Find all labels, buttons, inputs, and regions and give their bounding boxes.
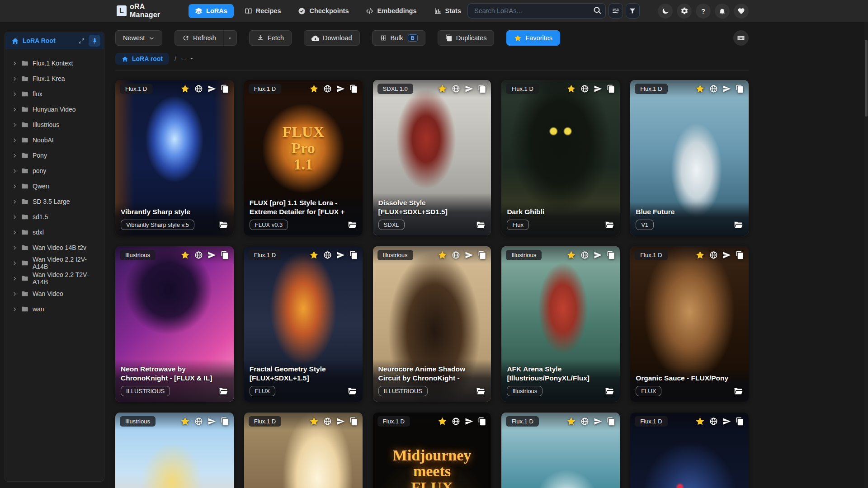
lora-card[interactable]: Illustrious bbox=[115, 413, 234, 488]
chevron-right-icon[interactable] bbox=[12, 169, 17, 174]
collapse-all-button[interactable] bbox=[78, 38, 85, 44]
send-icon[interactable] bbox=[336, 84, 345, 93]
open-folder-icon[interactable] bbox=[604, 386, 614, 396]
filter-button[interactable] bbox=[626, 3, 640, 19]
favorite-star-icon[interactable] bbox=[309, 250, 319, 260]
support-button[interactable] bbox=[734, 4, 749, 19]
copy-icon[interactable] bbox=[349, 84, 358, 93]
globe-icon[interactable] bbox=[580, 84, 589, 93]
scrollbar-track[interactable] bbox=[864, 22, 868, 488]
sidebar-folder-item[interactable]: Wan Video bbox=[8, 286, 101, 301]
chevron-right-icon[interactable] bbox=[12, 215, 17, 220]
send-icon[interactable] bbox=[722, 84, 731, 93]
favorite-star-icon[interactable] bbox=[566, 250, 576, 260]
lora-card[interactable]: Flux.1 D Blue Future V1 bbox=[630, 80, 749, 235]
lora-card[interactable]: Flux.1 D bbox=[630, 413, 749, 488]
lora-card[interactable]: Flux.1 D bbox=[244, 413, 363, 488]
copy-icon[interactable] bbox=[607, 84, 615, 93]
chevron-right-icon[interactable] bbox=[12, 92, 17, 97]
copy-icon[interactable] bbox=[607, 417, 615, 426]
send-icon[interactable] bbox=[208, 417, 216, 426]
copy-icon[interactable] bbox=[478, 417, 486, 426]
send-icon[interactable] bbox=[722, 251, 731, 259]
favorite-star-icon[interactable] bbox=[438, 250, 447, 260]
sidebar-folder-item[interactable]: Wan Video 14B t2v bbox=[8, 240, 101, 255]
globe-icon[interactable] bbox=[323, 84, 332, 93]
sidebar-folder-item[interactable]: Flux.1 Krea bbox=[8, 71, 101, 86]
settings-button[interactable] bbox=[677, 4, 692, 19]
favorite-star-icon[interactable] bbox=[438, 417, 447, 426]
keyboard-shortcuts-button[interactable] bbox=[733, 30, 749, 46]
copy-icon[interactable] bbox=[221, 417, 229, 426]
copy-icon[interactable] bbox=[736, 417, 744, 426]
open-folder-icon[interactable] bbox=[347, 220, 357, 230]
dark-mode-button[interactable] bbox=[658, 4, 673, 19]
breadcrumb-current-dropdown[interactable]: -- bbox=[182, 55, 194, 62]
send-icon[interactable] bbox=[594, 417, 602, 426]
chevron-right-icon[interactable] bbox=[12, 230, 17, 235]
lora-card[interactable]: Flux.1 D Dark Ghibli Flux bbox=[501, 80, 620, 235]
copy-icon[interactable] bbox=[478, 251, 486, 259]
globe-icon[interactable] bbox=[194, 417, 203, 426]
favorite-star-icon[interactable] bbox=[566, 417, 576, 426]
copy-icon[interactable] bbox=[478, 84, 486, 93]
help-button[interactable]: ? bbox=[696, 4, 711, 19]
globe-icon[interactable] bbox=[709, 84, 718, 93]
lora-card[interactable]: Illustrious AFK Arena Style [Illustrious… bbox=[501, 246, 620, 402]
sort-dropdown[interactable]: Newest bbox=[115, 30, 162, 46]
search-input[interactable] bbox=[467, 3, 606, 19]
globe-icon[interactable] bbox=[709, 417, 718, 426]
favorite-star-icon[interactable] bbox=[309, 417, 319, 426]
lora-card[interactable]: Flux.1 D Fractal Geometry Style [FLUX+SD… bbox=[244, 246, 363, 402]
send-icon[interactable] bbox=[465, 251, 473, 259]
breadcrumb-root[interactable]: LoRA root bbox=[115, 53, 169, 65]
favorite-star-icon[interactable] bbox=[695, 250, 705, 260]
send-icon[interactable] bbox=[336, 417, 345, 426]
chevron-right-icon[interactable] bbox=[12, 276, 17, 281]
refresh-button[interactable]: Refresh bbox=[175, 30, 223, 46]
chevron-right-icon[interactable] bbox=[12, 261, 17, 266]
sidebar-folder-item[interactable]: Wan Video 2.2 T2V-A14B bbox=[8, 271, 101, 286]
favorite-star-icon[interactable] bbox=[695, 417, 705, 426]
send-icon[interactable] bbox=[465, 84, 473, 93]
nav-tab-loras[interactable]: LoRAs bbox=[189, 4, 234, 18]
nav-tab-embeddings[interactable]: Embeddings bbox=[359, 4, 423, 18]
chevron-right-icon[interactable] bbox=[12, 199, 17, 204]
send-icon[interactable] bbox=[208, 84, 216, 93]
sidebar-folder-item[interactable]: sdxl bbox=[8, 225, 101, 240]
globe-icon[interactable] bbox=[452, 417, 460, 426]
open-folder-icon[interactable] bbox=[604, 220, 614, 230]
open-folder-icon[interactable] bbox=[218, 220, 228, 230]
lora-card[interactable]: Midjourney meets FLUX Flux.1 D bbox=[373, 413, 491, 488]
chevron-right-icon[interactable] bbox=[12, 61, 17, 66]
globe-icon[interactable] bbox=[580, 417, 589, 426]
favorites-filter-button[interactable]: Favorites bbox=[506, 30, 560, 46]
notifications-button[interactable] bbox=[715, 4, 730, 19]
copy-icon[interactable] bbox=[349, 417, 358, 426]
sidebar-folder-item[interactable]: Illustrious bbox=[8, 117, 101, 132]
favorite-star-icon[interactable] bbox=[180, 84, 190, 94]
open-folder-icon[interactable] bbox=[218, 386, 228, 396]
nav-tab-checkpoints[interactable]: Checkpoints bbox=[292, 4, 355, 18]
sidebar-root-row[interactable]: LoRA Root bbox=[5, 32, 104, 49]
chevron-right-icon[interactable] bbox=[12, 76, 17, 81]
refresh-options-button[interactable] bbox=[223, 30, 237, 46]
globe-icon[interactable] bbox=[323, 417, 332, 426]
globe-icon[interactable] bbox=[452, 84, 460, 93]
open-folder-icon[interactable] bbox=[733, 386, 743, 396]
sidebar-folder-item[interactable]: flux bbox=[8, 86, 101, 102]
lora-card[interactable]: FLUX Pro 1.1 Flux.1 D FLUX [pro] 1.1 Sty… bbox=[244, 80, 363, 235]
nav-tab-recipes[interactable]: Recipes bbox=[238, 4, 288, 18]
fetch-button[interactable]: Fetch bbox=[249, 30, 292, 46]
open-folder-icon[interactable] bbox=[733, 220, 743, 230]
scrollbar-thumb[interactable] bbox=[865, 40, 868, 117]
copy-icon[interactable] bbox=[349, 251, 358, 259]
chevron-right-icon[interactable] bbox=[12, 153, 17, 158]
globe-icon[interactable] bbox=[709, 251, 718, 259]
display-options-button[interactable] bbox=[609, 3, 623, 19]
lora-card[interactable]: Flux.1 D Vibrantly Sharp style Vibrantly… bbox=[115, 80, 234, 235]
download-button[interactable]: Download bbox=[304, 30, 360, 46]
globe-icon[interactable] bbox=[580, 251, 589, 259]
favorite-star-icon[interactable] bbox=[180, 250, 190, 260]
lora-card[interactable]: Flux.1 D Organic Sauce - FLUX/Pony FLUX bbox=[630, 246, 749, 402]
